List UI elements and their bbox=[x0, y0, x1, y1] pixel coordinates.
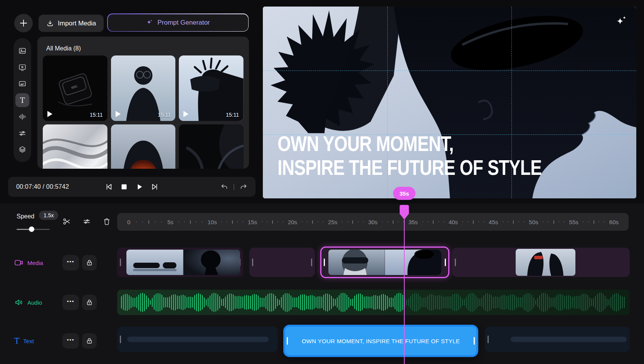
audio-clip[interactable] bbox=[117, 290, 630, 315]
overlay-line-1: OWN YOUR MOMENT, bbox=[277, 132, 541, 156]
trim-handle-left[interactable] bbox=[252, 258, 253, 266]
clip-thumbnail-back-of-head bbox=[183, 250, 240, 275]
trash-icon bbox=[103, 217, 111, 226]
library-item-helmet[interactable] bbox=[111, 124, 176, 169]
media-clip-1[interactable] bbox=[117, 248, 243, 277]
download-icon bbox=[46, 20, 54, 27]
clip-thumbnail-two-women bbox=[516, 249, 575, 276]
text-clip-left[interactable] bbox=[117, 327, 278, 352]
trim-handle-left[interactable] bbox=[287, 337, 288, 345]
speaker-icon bbox=[14, 298, 24, 307]
scissors-icon bbox=[62, 217, 71, 226]
text-clip-caption: OWN YOUR MOMENT, INSPIRE THE FUTURE OF S… bbox=[302, 338, 460, 344]
media-clip-3-selected[interactable] bbox=[320, 247, 449, 278]
trim-handle-left[interactable] bbox=[455, 258, 456, 266]
library-item-dark-abstract[interactable] bbox=[179, 124, 244, 169]
vr-headset-thumbnail bbox=[179, 55, 244, 121]
rail-item-captions[interactable] bbox=[15, 77, 29, 91]
stop-button[interactable] bbox=[119, 182, 129, 192]
prompt-generator-label: Prompt Generator bbox=[157, 19, 210, 27]
sliders-icon bbox=[18, 129, 27, 138]
text-clip-right[interactable] bbox=[485, 327, 630, 352]
media-clip-4[interactable] bbox=[452, 248, 630, 277]
lock-icon bbox=[86, 259, 93, 267]
ai-sparkle-icon[interactable] bbox=[615, 15, 628, 28]
library-title: All Media (8) bbox=[46, 45, 81, 52]
duration-badge: 15:11 bbox=[226, 112, 239, 118]
text-track-more-button[interactable]: ••• bbox=[62, 333, 79, 349]
duration-badge: 15:11 bbox=[90, 112, 103, 118]
image-icon bbox=[18, 47, 27, 55]
library-item-chrome-swirl[interactable] bbox=[43, 124, 108, 169]
helmet-thumbnail bbox=[111, 124, 176, 169]
media-track-label: Media bbox=[27, 260, 43, 266]
trim-handle-left[interactable] bbox=[324, 258, 325, 266]
guide-horizontal-top bbox=[263, 70, 636, 71]
text-track-lock-button[interactable] bbox=[82, 333, 97, 349]
import-media-button[interactable]: Import Media bbox=[39, 15, 104, 32]
trim-handle-left[interactable] bbox=[120, 335, 121, 343]
rail-item-audio[interactable] bbox=[15, 110, 29, 124]
redo-icon bbox=[239, 183, 248, 191]
lock-icon bbox=[86, 299, 93, 306]
chrome-swirl-thumbnail bbox=[43, 124, 108, 169]
undo-button[interactable] bbox=[219, 182, 229, 192]
transport-controls bbox=[104, 182, 160, 192]
trim-handle-right[interactable] bbox=[311, 258, 312, 266]
audio-track-lock-button[interactable] bbox=[82, 295, 97, 310]
trim-handle-right[interactable] bbox=[445, 258, 446, 266]
library-item-esc-keycap[interactable]: esc. 15:11 bbox=[43, 55, 108, 121]
rail-item-videos[interactable] bbox=[15, 60, 29, 74]
split-button[interactable] bbox=[62, 216, 72, 226]
skip-forward-button[interactable] bbox=[150, 182, 160, 192]
trim-handle-right[interactable] bbox=[474, 337, 475, 345]
playhead-time-bubble[interactable]: 35s bbox=[393, 187, 415, 200]
adjust-button[interactable] bbox=[82, 216, 92, 226]
library-item-portrait-glasses[interactable]: 15:11 bbox=[111, 55, 176, 121]
stop-icon bbox=[120, 183, 128, 191]
speed-slider-knob[interactable] bbox=[29, 226, 34, 232]
rail-item-images[interactable] bbox=[15, 44, 29, 58]
media-track-buttons: ••• bbox=[62, 255, 97, 270]
ruler-scale: 05s10s15s20s25s30s35s40s45s50s55s60s bbox=[127, 219, 619, 225]
prompt-generator-button[interactable]: Prompt Generator bbox=[107, 13, 249, 32]
skip-back-icon bbox=[104, 183, 113, 191]
media-track-lock-button[interactable] bbox=[82, 255, 97, 270]
clip-thumbnail-face-up bbox=[385, 250, 442, 275]
video-preview[interactable]: OWN YOUR MOMENT, INSPIRE THE FUTURE OF S… bbox=[263, 7, 636, 198]
playhead-marker[interactable] bbox=[399, 205, 409, 221]
media-library-panel: All Media (8) esc. 15:11 bbox=[37, 37, 249, 169]
history-controls: | bbox=[219, 182, 249, 192]
layers-icon bbox=[18, 145, 27, 154]
play-icon bbox=[47, 111, 52, 117]
library-item-vr-headset[interactable]: 15:11 bbox=[179, 55, 244, 121]
speed-value-badge[interactable]: 1.5x bbox=[39, 211, 58, 220]
trim-handle-left[interactable] bbox=[120, 258, 121, 266]
rail-item-text[interactable]: T bbox=[15, 93, 29, 107]
rail-item-layers[interactable] bbox=[15, 143, 29, 156]
dark-abstract-thumbnail bbox=[179, 124, 244, 169]
text-track-buttons: ••• bbox=[62, 333, 97, 349]
ruler[interactable]: 05s10s15s20s25s30s35s40s45s50s55s60s bbox=[117, 213, 629, 231]
redo-button[interactable] bbox=[239, 182, 249, 192]
clip-thumbnail-man-sunglasses bbox=[328, 250, 385, 275]
speed-slider[interactable] bbox=[17, 226, 50, 232]
audio-track-more-button[interactable]: ••• bbox=[62, 295, 79, 310]
camera-icon bbox=[14, 258, 24, 267]
media-track-header: Media bbox=[14, 255, 43, 270]
playhead-line[interactable] bbox=[404, 216, 405, 364]
audio-track-header: Audio bbox=[14, 295, 42, 310]
trim-handle-left[interactable] bbox=[488, 335, 489, 343]
skip-back-button[interactable] bbox=[104, 182, 114, 192]
delete-button[interactable] bbox=[102, 216, 112, 226]
media-clip-2[interactable] bbox=[249, 248, 315, 277]
text-clip-selected[interactable]: OWN YOUR MOMENT, INSPIRE THE FUTURE OF S… bbox=[283, 325, 478, 357]
add-button[interactable] bbox=[14, 14, 33, 32]
playhead-marker-icon bbox=[399, 205, 409, 220]
preview-text-overlay[interactable]: OWN YOUR MOMENT, INSPIRE THE FUTURE OF S… bbox=[277, 132, 541, 180]
duration-badge: 15:11 bbox=[158, 112, 171, 118]
rail-item-adjust[interactable] bbox=[15, 126, 29, 140]
undo-icon bbox=[220, 183, 229, 191]
media-track-more-button[interactable]: ••• bbox=[62, 255, 79, 270]
play-button[interactable] bbox=[135, 182, 145, 192]
